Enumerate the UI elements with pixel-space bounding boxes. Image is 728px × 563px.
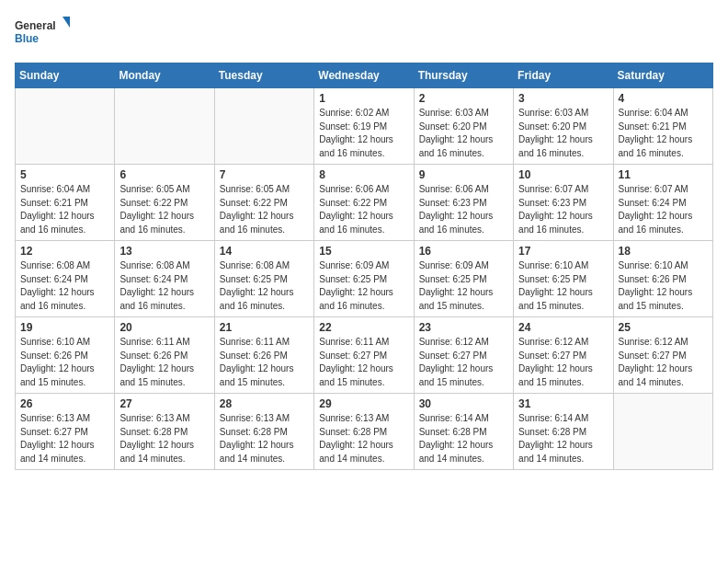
calendar-cell: 11Sunrise: 6:07 AM Sunset: 6:24 PM Dayli…	[613, 165, 712, 241]
calendar-header-row: SundayMondayTuesdayWednesdayThursdayFrid…	[16, 63, 713, 88]
day-info: Sunrise: 6:10 AM Sunset: 6:26 PM Dayligh…	[20, 336, 109, 389]
logo: General Blue	[15, 15, 70, 52]
calendar-week-row: 19Sunrise: 6:10 AM Sunset: 6:26 PM Dayli…	[16, 317, 713, 394]
day-info: Sunrise: 6:13 AM Sunset: 6:28 PM Dayligh…	[220, 412, 309, 465]
calendar-cell: 9Sunrise: 6:06 AM Sunset: 6:23 PM Daylig…	[414, 165, 513, 241]
day-info: Sunrise: 6:10 AM Sunset: 6:26 PM Dayligh…	[619, 259, 708, 313]
calendar-cell: 19Sunrise: 6:10 AM Sunset: 6:26 PM Dayli…	[16, 317, 115, 394]
day-number: 29	[319, 397, 408, 410]
day-number: 27	[119, 397, 209, 410]
day-of-week-header: Wednesday	[314, 63, 414, 88]
day-number: 26	[20, 397, 109, 410]
day-of-week-header: Friday	[514, 63, 613, 88]
svg-text:General: General	[15, 19, 56, 32]
day-of-week-header: Monday	[115, 63, 214, 88]
calendar-cell: 6Sunrise: 6:05 AM Sunset: 6:22 PM Daylig…	[115, 165, 214, 241]
calendar-cell	[613, 394, 712, 470]
calendar-cell: 5Sunrise: 6:04 AM Sunset: 6:21 PM Daylig…	[16, 165, 115, 241]
day-info: Sunrise: 6:11 AM Sunset: 6:26 PM Dayligh…	[220, 336, 309, 389]
svg-text:Blue: Blue	[15, 32, 39, 45]
day-number: 15	[319, 245, 408, 258]
calendar-cell: 16Sunrise: 6:09 AM Sunset: 6:25 PM Dayli…	[414, 241, 513, 317]
calendar-cell	[16, 88, 115, 165]
day-info: Sunrise: 6:13 AM Sunset: 6:27 PM Dayligh…	[20, 412, 109, 465]
calendar-cell: 20Sunrise: 6:11 AM Sunset: 6:26 PM Dayli…	[115, 317, 214, 394]
calendar-cell: 18Sunrise: 6:10 AM Sunset: 6:26 PM Dayli…	[613, 241, 712, 317]
day-number: 20	[119, 321, 209, 334]
day-info: Sunrise: 6:08 AM Sunset: 6:24 PM Dayligh…	[119, 259, 209, 313]
calendar-cell: 14Sunrise: 6:08 AM Sunset: 6:25 PM Dayli…	[214, 241, 313, 317]
calendar-cell: 13Sunrise: 6:08 AM Sunset: 6:24 PM Dayli…	[115, 241, 214, 317]
logo-svg: General Blue	[15, 15, 70, 52]
calendar-week-row: 5Sunrise: 6:04 AM Sunset: 6:21 PM Daylig…	[16, 165, 713, 241]
calendar-cell: 27Sunrise: 6:13 AM Sunset: 6:28 PM Dayli…	[115, 394, 214, 470]
calendar-week-row: 1Sunrise: 6:02 AM Sunset: 6:19 PM Daylig…	[16, 88, 713, 165]
day-number: 22	[319, 321, 408, 334]
calendar-cell: 28Sunrise: 6:13 AM Sunset: 6:28 PM Dayli…	[214, 394, 313, 470]
day-info: Sunrise: 6:02 AM Sunset: 6:19 PM Dayligh…	[319, 107, 408, 160]
calendar-cell: 25Sunrise: 6:12 AM Sunset: 6:27 PM Dayli…	[613, 317, 712, 394]
day-number: 19	[20, 321, 109, 334]
day-of-week-header: Thursday	[414, 63, 513, 88]
day-number: 9	[419, 168, 508, 181]
day-number: 24	[518, 321, 608, 334]
day-number: 1	[319, 92, 408, 105]
calendar-cell: 23Sunrise: 6:12 AM Sunset: 6:27 PM Dayli…	[414, 317, 513, 394]
day-info: Sunrise: 6:04 AM Sunset: 6:21 PM Dayligh…	[20, 183, 109, 236]
page-header: General Blue	[15, 15, 713, 52]
day-info: Sunrise: 6:03 AM Sunset: 6:20 PM Dayligh…	[419, 107, 508, 160]
day-number: 17	[518, 245, 608, 258]
day-number: 18	[619, 245, 708, 258]
day-info: Sunrise: 6:04 AM Sunset: 6:21 PM Dayligh…	[619, 107, 708, 160]
day-info: Sunrise: 6:13 AM Sunset: 6:28 PM Dayligh…	[119, 412, 209, 465]
calendar-cell: 15Sunrise: 6:09 AM Sunset: 6:25 PM Dayli…	[314, 241, 414, 317]
day-info: Sunrise: 6:12 AM Sunset: 6:27 PM Dayligh…	[619, 336, 708, 389]
day-number: 31	[518, 397, 608, 410]
day-number: 28	[220, 397, 309, 410]
calendar-cell: 30Sunrise: 6:14 AM Sunset: 6:28 PM Dayli…	[414, 394, 513, 470]
day-info: Sunrise: 6:07 AM Sunset: 6:24 PM Dayligh…	[619, 183, 708, 236]
day-info: Sunrise: 6:06 AM Sunset: 6:23 PM Dayligh…	[419, 183, 508, 236]
day-info: Sunrise: 6:05 AM Sunset: 6:22 PM Dayligh…	[220, 183, 309, 236]
day-number: 2	[419, 92, 508, 105]
day-info: Sunrise: 6:09 AM Sunset: 6:25 PM Dayligh…	[319, 259, 408, 313]
calendar-cell: 17Sunrise: 6:10 AM Sunset: 6:25 PM Dayli…	[514, 241, 613, 317]
day-info: Sunrise: 6:07 AM Sunset: 6:23 PM Dayligh…	[518, 183, 608, 236]
day-number: 25	[619, 321, 708, 334]
day-number: 11	[619, 168, 708, 181]
day-number: 7	[220, 168, 309, 181]
day-info: Sunrise: 6:14 AM Sunset: 6:28 PM Dayligh…	[419, 412, 508, 465]
day-info: Sunrise: 6:06 AM Sunset: 6:22 PM Dayligh…	[319, 183, 408, 236]
calendar-cell: 31Sunrise: 6:14 AM Sunset: 6:28 PM Dayli…	[514, 394, 613, 470]
day-info: Sunrise: 6:12 AM Sunset: 6:27 PM Dayligh…	[419, 336, 508, 389]
day-info: Sunrise: 6:08 AM Sunset: 6:24 PM Dayligh…	[20, 259, 109, 313]
day-number: 5	[20, 168, 109, 181]
day-number: 14	[220, 245, 309, 258]
calendar-cell: 26Sunrise: 6:13 AM Sunset: 6:27 PM Dayli…	[16, 394, 115, 470]
day-info: Sunrise: 6:13 AM Sunset: 6:28 PM Dayligh…	[319, 412, 408, 465]
day-number: 10	[518, 168, 608, 181]
calendar-cell: 12Sunrise: 6:08 AM Sunset: 6:24 PM Dayli…	[16, 241, 115, 317]
calendar-cell: 10Sunrise: 6:07 AM Sunset: 6:23 PM Dayli…	[514, 165, 613, 241]
calendar-cell: 4Sunrise: 6:04 AM Sunset: 6:21 PM Daylig…	[613, 88, 712, 165]
day-number: 8	[319, 168, 408, 181]
calendar-cell: 22Sunrise: 6:11 AM Sunset: 6:27 PM Dayli…	[314, 317, 414, 394]
day-info: Sunrise: 6:05 AM Sunset: 6:22 PM Dayligh…	[119, 183, 209, 236]
calendar-cell: 7Sunrise: 6:05 AM Sunset: 6:22 PM Daylig…	[214, 165, 313, 241]
day-number: 12	[20, 245, 109, 258]
calendar-cell	[115, 88, 214, 165]
calendar-cell: 1Sunrise: 6:02 AM Sunset: 6:19 PM Daylig…	[314, 88, 414, 165]
day-info: Sunrise: 6:11 AM Sunset: 6:26 PM Dayligh…	[119, 336, 209, 389]
day-info: Sunrise: 6:14 AM Sunset: 6:28 PM Dayligh…	[518, 412, 608, 465]
calendar-table: SundayMondayTuesdayWednesdayThursdayFrid…	[15, 63, 713, 470]
calendar-week-row: 12Sunrise: 6:08 AM Sunset: 6:24 PM Dayli…	[16, 241, 713, 317]
day-info: Sunrise: 6:11 AM Sunset: 6:27 PM Dayligh…	[319, 336, 408, 389]
day-number: 23	[419, 321, 508, 334]
calendar-cell: 2Sunrise: 6:03 AM Sunset: 6:20 PM Daylig…	[414, 88, 513, 165]
day-number: 21	[220, 321, 309, 334]
day-info: Sunrise: 6:03 AM Sunset: 6:20 PM Dayligh…	[518, 107, 608, 160]
day-of-week-header: Sunday	[16, 63, 115, 88]
day-info: Sunrise: 6:09 AM Sunset: 6:25 PM Dayligh…	[419, 259, 508, 313]
calendar-cell: 24Sunrise: 6:12 AM Sunset: 6:27 PM Dayli…	[514, 317, 613, 394]
day-number: 13	[119, 245, 209, 258]
